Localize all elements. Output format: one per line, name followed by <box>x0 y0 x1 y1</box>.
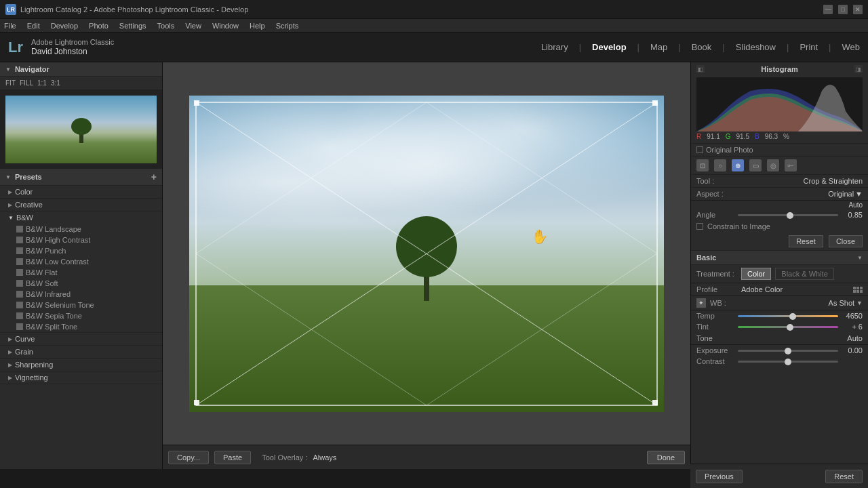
nav-3-1[interactable]: 3:1 <box>51 79 60 87</box>
radial-filter-icon[interactable]: ◎ <box>767 159 779 171</box>
temp-slider[interactable] <box>738 315 838 317</box>
adjustment-brush-icon[interactable]: ⟜ <box>785 159 797 171</box>
contrast-slider[interactable] <box>738 361 838 363</box>
paste-button[interactable]: Paste <box>214 451 251 464</box>
preset-bw-landscape[interactable]: B&W Landscape <box>0 224 162 235</box>
tree-silhouette <box>393 213 460 301</box>
nav-book[interactable]: Book <box>692 42 712 52</box>
graduated-filter-icon[interactable]: ▭ <box>749 159 762 171</box>
vignetting-tri: ▶ <box>8 375 12 381</box>
preset-group-sharpening: ▶ Sharpening <box>0 359 162 371</box>
preset-bw-flat[interactable]: B&W Flat <box>0 267 162 278</box>
spot-removal-icon[interactable]: ○ <box>714 159 726 171</box>
nav-print[interactable]: Print <box>800 42 818 52</box>
histogram-header: ◧ Histogram ◨ <box>696 65 863 75</box>
brand-line2: David Johnston <box>31 47 114 58</box>
crop-tool-icon[interactable]: ⊡ <box>696 159 709 171</box>
redeye-icon[interactable]: ⊕ <box>732 159 744 171</box>
menu-settings[interactable]: Settings <box>118 22 148 30</box>
basic-header[interactable]: Basic ▼ <box>691 251 868 265</box>
preset-group-color-label: Color <box>15 188 33 196</box>
tint-slider[interactable] <box>738 326 838 328</box>
preset-bw-split-tone[interactable]: B&W Split Tone <box>0 321 162 332</box>
aspect-dropdown[interactable]: Original ▼ <box>828 190 863 198</box>
previous-button[interactable]: Previous <box>696 470 743 483</box>
menu-edit[interactable]: Edit <box>26 22 41 30</box>
preset-group-grain-header[interactable]: ▶ Grain <box>0 346 162 358</box>
tint-row: Tint + 6 <box>691 321 868 332</box>
menu-scripts[interactable]: Scripts <box>275 22 300 30</box>
preset-icon <box>16 269 23 276</box>
hist-highlight-icon[interactable]: ◨ <box>854 65 863 73</box>
nav-1-1[interactable]: 1:1 <box>37 79 47 87</box>
contrast-thumb[interactable] <box>785 359 791 365</box>
navigator-header[interactable]: ▼ Navigator <box>0 62 162 77</box>
profile-grid-icon[interactable] <box>853 287 863 293</box>
preset-bw-high-contrast[interactable]: B&W High Contrast <box>0 235 162 245</box>
preset-bw-low-contrast[interactable]: B&W Low Contrast <box>0 256 162 267</box>
preset-bw-sepia-tone[interactable]: B&W Sepia Tone <box>0 310 162 321</box>
hist-b-value: 96.3 <box>765 133 778 140</box>
presets-title: Presets <box>15 173 42 181</box>
preset-group-sharpening-header[interactable]: ▶ Sharpening <box>0 359 162 371</box>
presets-header[interactable]: ▼ Presets + <box>0 169 162 186</box>
preset-group-curve-header[interactable]: ▶ Curve <box>0 333 162 345</box>
nav-web[interactable]: Web <box>842 42 861 52</box>
bottom-bar: Copy... Paste Tool Overlay : Always Done <box>163 445 690 469</box>
photo-area[interactable]: ✋ <box>163 62 690 445</box>
brand-line1: Adobe Lightroom Classic <box>31 37 114 47</box>
preset-bw-soft[interactable]: B&W Soft <box>0 278 162 289</box>
wb-dropdown[interactable]: As Shot ▼ <box>829 299 863 307</box>
done-button[interactable]: Done <box>647 451 685 464</box>
angle-thumb[interactable] <box>787 212 793 219</box>
menu-photo[interactable]: Photo <box>87 22 110 30</box>
nav-map[interactable]: Map <box>650 42 667 52</box>
nav-slideshow[interactable]: Slideshow <box>736 42 776 52</box>
tone-auto[interactable]: Auto <box>847 334 863 342</box>
minimize-button[interactable]: — <box>823 5 833 14</box>
menu-view[interactable]: View <box>184 22 203 30</box>
color-treatment-button[interactable]: Color <box>741 268 771 280</box>
eyedropper-icon[interactable]: ✦ <box>696 298 706 308</box>
hist-shadow-icon[interactable]: ◧ <box>696 65 705 73</box>
nav-develop[interactable]: Develop <box>592 42 627 52</box>
preset-group-creative-header[interactable]: ▶ Creative <box>0 199 162 211</box>
angle-slider[interactable] <box>738 214 838 216</box>
exposure-slider[interactable] <box>738 350 838 352</box>
close-crop-button[interactable]: Close <box>829 235 863 247</box>
original-photo-checkbox[interactable] <box>696 146 703 153</box>
preset-bw-infrared[interactable]: B&W Infrared <box>0 289 162 300</box>
bw-treatment-button[interactable]: Black & White <box>775 268 833 280</box>
menu-tools[interactable]: Tools <box>156 22 176 30</box>
original-photo-row: Original Photo <box>691 144 868 157</box>
preset-bw-punch[interactable]: B&W Punch <box>0 245 162 256</box>
nav-fit[interactable]: FIT <box>5 79 16 87</box>
preset-group-bw-header[interactable]: ▼ B&W <box>0 211 162 224</box>
menu-develop[interactable]: Develop <box>50 22 79 30</box>
tone-label: Tone <box>696 334 713 342</box>
add-preset-button[interactable]: + <box>151 171 157 182</box>
menu-window[interactable]: Window <box>211 22 240 30</box>
nav-library[interactable]: Library <box>541 42 568 52</box>
preset-group-vignetting-header[interactable]: ▶ Vignetting <box>0 371 162 384</box>
field-layer <box>189 285 664 412</box>
constrain-checkbox[interactable] <box>696 223 703 230</box>
temp-thumb[interactable] <box>789 313 796 320</box>
exposure-thumb[interactable] <box>785 348 791 354</box>
nav-fill[interactable]: FILL <box>20 79 33 87</box>
menu-file[interactable]: File <box>3 22 18 30</box>
menu-help[interactable]: Help <box>248 22 267 30</box>
tint-thumb[interactable] <box>787 324 793 331</box>
preset-group-color-header[interactable]: ▶ Color <box>0 186 162 198</box>
hist-icons: ◧ Histogram ◨ <box>696 65 863 73</box>
histogram-title: Histogram <box>761 65 797 73</box>
restore-button[interactable]: □ <box>838 5 848 14</box>
close-button[interactable]: ✕ <box>853 5 863 14</box>
copy-button[interactable]: Copy... <box>168 451 209 464</box>
angle-label: Angle <box>696 211 734 219</box>
reset-button[interactable]: Reset <box>825 470 863 483</box>
reset-crop-button[interactable]: Reset <box>789 235 823 247</box>
wb-chevron: ▼ <box>856 300 863 306</box>
left-panel: ▼ Navigator FIT FILL 1:1 3:1 ▼ Presets + <box>0 62 163 469</box>
preset-bw-selenium-tone[interactable]: B&W Selenium Tone <box>0 300 162 310</box>
